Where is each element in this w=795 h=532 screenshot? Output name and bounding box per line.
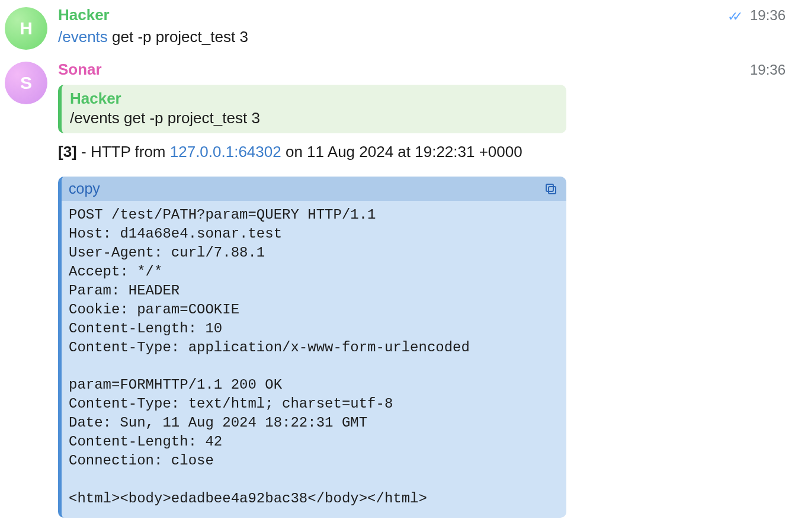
quote-text: /events get -p project_test 3: [70, 109, 556, 127]
code-header: copy: [62, 177, 566, 201]
message-header: Sonar 19:36: [58, 60, 786, 79]
code-content: POST /test/PATH?param=QUERY HTTP/1.1 Hos…: [62, 201, 566, 518]
copy-button[interactable]: copy: [69, 180, 100, 197]
avatar[interactable]: H: [5, 7, 47, 50]
code-block: copy POST /test/PATH?param=QUERY HTTP/1.…: [58, 177, 566, 518]
command-rest: get -p project_test 3: [108, 28, 248, 46]
message-time: 19:36: [750, 7, 786, 24]
author-name[interactable]: Hacker: [58, 6, 110, 24]
message-body: Hacker ✓✓ 19:36 /events get -p project_t…: [58, 6, 786, 49]
avatar-letter: H: [20, 18, 33, 39]
svg-rect-0: [549, 187, 556, 194]
message-hacker: H Hacker ✓✓ 19:36 /events get -p project…: [5, 6, 786, 50]
message-text: /events get -p project_test 3: [58, 25, 786, 49]
event-tail: on 11 Aug 2024 at 19:22:31 +0000: [281, 143, 522, 161]
event-id: [3]: [58, 143, 77, 161]
reply-quote[interactable]: Hacker /events get -p project_test 3: [58, 85, 566, 133]
command-link[interactable]: /events: [58, 28, 108, 46]
copy-icon[interactable]: [544, 182, 558, 196]
message-sonar: S Sonar 19:36 Hacker /events get -p proj…: [5, 60, 786, 518]
message-body: Sonar 19:36 Hacker /events get -p projec…: [58, 60, 786, 518]
event-summary: [3] - HTTP from 127.0.0.1:64302 on 11 Au…: [58, 143, 786, 161]
event-ip-link[interactable]: 127.0.0.1:64302: [170, 143, 281, 161]
avatar[interactable]: S: [5, 62, 47, 104]
svg-rect-1: [546, 184, 553, 191]
event-http-from: - HTTP from: [77, 143, 170, 161]
message-header: Hacker ✓✓ 19:36: [58, 6, 786, 24]
quote-author: Hacker: [70, 89, 556, 108]
message-time: 19:36: [750, 62, 786, 78]
avatar-letter: S: [20, 73, 32, 93]
author-name[interactable]: Sonar: [58, 60, 102, 79]
read-checks-icon: ✓✓: [727, 9, 737, 24]
